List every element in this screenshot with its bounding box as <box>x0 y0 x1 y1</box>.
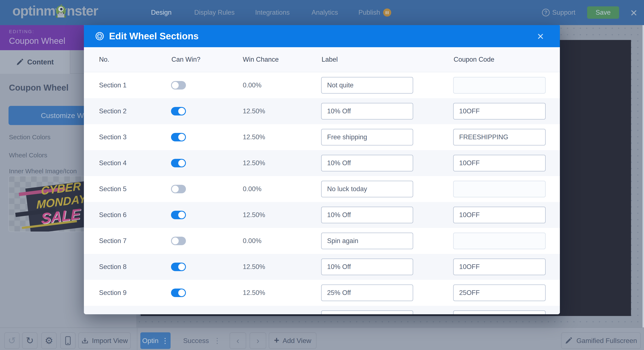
toggle-knob <box>178 160 185 167</box>
can-win-toggle[interactable] <box>171 133 186 141</box>
can-win-toggle[interactable] <box>171 211 186 219</box>
save-button[interactable]: Save <box>587 6 619 19</box>
coupon-input[interactable] <box>453 311 546 314</box>
can-win-toggle[interactable] <box>171 185 186 193</box>
label-input[interactable] <box>321 233 413 249</box>
success-view-button[interactable]: Success ⋮ <box>183 332 221 349</box>
import-view-button[interactable]: Import View <box>78 332 131 349</box>
label-input[interactable] <box>321 207 413 223</box>
can-win-toggle[interactable] <box>171 159 186 167</box>
section-colors-row[interactable]: Section Colors <box>9 134 50 141</box>
table-row: Section 9 12.50% <box>84 280 560 306</box>
tab-content[interactable]: Content <box>0 50 70 74</box>
nav-item-publish[interactable]: Publish <box>358 0 391 25</box>
column-header-no: No. <box>99 56 109 63</box>
wheel-colors-row[interactable]: Wheel Colors <box>9 152 47 159</box>
success-label: Success <box>183 337 209 345</box>
can-win-toggle[interactable] <box>171 237 186 245</box>
win-chance: 0.00% <box>243 237 262 245</box>
support-button[interactable]: ? Support <box>542 0 576 25</box>
label-input[interactable] <box>321 77 413 94</box>
plus-icon: + <box>274 336 279 345</box>
coupon-input[interactable] <box>453 77 546 94</box>
nav-item-analytics[interactable]: Analytics <box>312 0 338 25</box>
undo-button[interactable]: ↺ <box>4 332 20 349</box>
builder-close-icon[interactable]: × <box>628 0 640 25</box>
optin-view-button[interactable]: Optin ⋮ <box>140 332 170 349</box>
section-number: Section 1 <box>99 81 126 89</box>
coupon-input[interactable] <box>453 207 546 223</box>
panel-title: Coupon Wheel <box>9 83 68 93</box>
section-number: Section 4 <box>99 159 126 167</box>
table-row: Section 1 0.00% <box>84 72 560 98</box>
monster-icon <box>54 4 68 18</box>
bottom-toolbar: ↺ ↻ ⚙ Import View Optin ⋮ Success ⋮ ‹ <box>0 328 644 350</box>
toggle-knob <box>172 82 179 89</box>
can-win-toggle[interactable] <box>171 289 186 297</box>
logo-text-right: nster <box>67 3 98 19</box>
label-input[interactable] <box>321 155 413 172</box>
coupon-input[interactable] <box>453 233 546 249</box>
mobile-preview-button[interactable] <box>60 332 76 349</box>
section-number: Section 6 <box>99 211 126 219</box>
table-row: Section 3 12.50% <box>84 124 560 150</box>
coupon-input[interactable] <box>453 129 546 146</box>
import-view-label: Import View <box>92 337 128 345</box>
toggle-knob <box>172 186 179 192</box>
import-icon <box>81 337 88 344</box>
campaign-type-label: Gamified Fullscreen <box>576 337 637 345</box>
modal-close-icon[interactable]: × <box>533 25 548 47</box>
coupon-input[interactable] <box>453 103 546 120</box>
section-number: Section 2 <box>99 107 126 115</box>
column-header-win-chance: Win Chance <box>243 56 279 63</box>
section-number: Section 9 <box>99 289 126 297</box>
canvas-scrollbar[interactable] <box>642 25 644 328</box>
toggle-knob <box>172 237 179 244</box>
modal-title: Edit Wheel Sections <box>109 31 199 41</box>
label-input[interactable] <box>321 285 413 301</box>
win-chance: 12.50% <box>243 211 265 219</box>
support-label: Support <box>552 9 576 16</box>
next-view-button[interactable]: › <box>250 332 266 349</box>
campaign-type-button[interactable]: Gamified Fullscreen <box>561 332 641 349</box>
can-win-toggle[interactable] <box>171 81 186 90</box>
nav-item-label: Design <box>151 9 172 16</box>
label-input[interactable] <box>321 259 413 275</box>
redo-icon: ↻ <box>26 336 34 345</box>
column-header-label: Label <box>322 56 338 63</box>
coupon-input[interactable] <box>453 259 546 275</box>
table-row: Section 10 12.50% <box>84 306 560 314</box>
win-chance: 0.00% <box>243 81 262 89</box>
coupon-input[interactable] <box>453 285 546 301</box>
coupon-input[interactable] <box>453 181 546 197</box>
top-navbar: optinm nster Design Di <box>0 0 644 25</box>
add-view-button[interactable]: + Add View <box>269 332 316 349</box>
can-win-toggle[interactable] <box>171 107 186 116</box>
nav-item-label: Display Rules <box>194 9 235 16</box>
nav-item-design[interactable]: Design <box>151 0 172 25</box>
redo-button[interactable]: ↻ <box>22 332 38 349</box>
pencil-icon <box>16 58 24 66</box>
label-input[interactable] <box>321 103 413 120</box>
logo-text-left: optinm <box>12 3 55 19</box>
win-chance: 0.00% <box>243 185 262 193</box>
nav-item-label: Integrations <box>255 9 290 16</box>
label-input[interactable] <box>321 181 413 197</box>
label-input[interactable] <box>321 311 413 314</box>
nav-item-display-rules[interactable]: Display Rules <box>194 0 235 25</box>
nav-item-label: Analytics <box>312 9 338 16</box>
success-menu-icon[interactable]: ⋮ <box>214 337 221 344</box>
optin-menu-icon[interactable]: ⋮ <box>162 337 169 344</box>
nav-item-label: Publish <box>358 9 380 16</box>
settings-button[interactable]: ⚙ <box>41 332 57 349</box>
coupon-input[interactable] <box>453 155 546 172</box>
nav-item-integrations[interactable]: Integrations <box>255 0 290 25</box>
previous-view-button[interactable]: ‹ <box>230 332 246 349</box>
label-input[interactable] <box>321 129 413 146</box>
undo-icon: ↺ <box>8 336 16 345</box>
chevron-left-icon: ‹ <box>236 336 239 346</box>
can-win-toggle[interactable] <box>171 263 186 271</box>
gear-icon: ⚙ <box>45 336 53 345</box>
optinmonster-logo[interactable]: optinm nster <box>12 3 98 19</box>
table-row: Section 5 0.00% <box>84 176 560 202</box>
